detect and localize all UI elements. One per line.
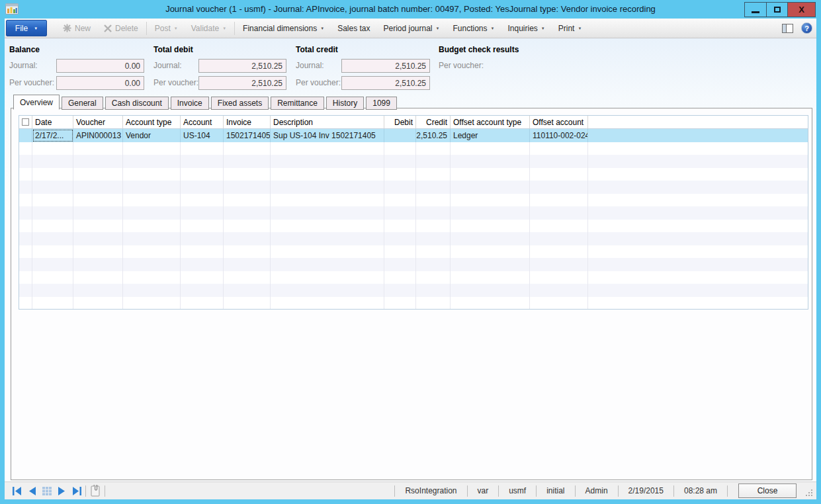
column-header-offset-account-type[interactable]: Offset account type — [451, 116, 530, 128]
form-content: Balance Journal: 0.00 Per voucher: 0.00 … — [5, 38, 816, 482]
grid-empty-row[interactable] — [19, 206, 808, 220]
budget-check-section-title: Budget check results — [439, 45, 519, 54]
total-credit-voucher-field[interactable]: 2,510.25 — [341, 76, 430, 90]
tab-overview[interactable]: Overview — [13, 95, 60, 110]
balance-section-title: Balance — [9, 45, 40, 54]
minimize-icon — [752, 11, 759, 13]
inquiries-menu[interactable]: Inquiries▼ — [501, 20, 551, 37]
chevron-down-icon: ▼ — [436, 26, 440, 30]
chevron-down-icon: ▼ — [222, 26, 226, 30]
delete-button[interactable]: Delete — [97, 20, 145, 37]
validate-menu[interactable]: Validate▼ — [185, 20, 233, 37]
status-company-context: RsoIntegration — [399, 486, 462, 495]
column-header-invoice[interactable]: Invoice — [224, 116, 271, 128]
validate-label: Validate — [191, 24, 219, 33]
status-date: 2/19/2015 — [623, 486, 670, 495]
financial-dimensions-label: Financial dimensions — [243, 24, 317, 33]
column-header-debit[interactable]: Debit — [384, 116, 416, 128]
total-debit-journal-field[interactable]: 2,510.25 — [198, 59, 286, 73]
print-menu[interactable]: Print▼ — [552, 20, 589, 37]
balance-journal-field[interactable]: 0.00 — [56, 59, 144, 73]
select-all-checkbox[interactable] — [22, 118, 29, 126]
grid-empty-row[interactable] — [19, 142, 808, 155]
grid-header: Date Voucher Account type Account Invoic… — [19, 116, 808, 129]
grid-empty-row[interactable] — [19, 297, 808, 310]
help-icon[interactable]: ? — [801, 22, 812, 34]
statusbar-separator — [618, 485, 619, 497]
grid-view-icon[interactable] — [42, 487, 52, 495]
close-window-button[interactable]: X — [787, 3, 815, 17]
tab-general[interactable]: General — [62, 97, 103, 110]
cell-voucher[interactable]: APIN000013 — [73, 129, 123, 142]
sales-tax-button[interactable]: Sales tax — [331, 20, 376, 37]
grid-empty-row[interactable] — [19, 168, 808, 181]
grid-empty-row[interactable] — [19, 258, 808, 271]
close-button[interactable]: Close — [738, 483, 797, 498]
grid-empty-row[interactable] — [19, 284, 808, 297]
file-menu-button[interactable]: File▼ — [6, 20, 47, 36]
grid-empty-row[interactable] — [19, 194, 808, 207]
column-header-description[interactable]: Description — [271, 116, 384, 128]
column-header-voucher[interactable]: Voucher — [73, 116, 123, 128]
grid-empty-row[interactable] — [19, 232, 808, 245]
next-record-icon[interactable] — [58, 487, 65, 495]
grid-empty-row[interactable] — [19, 271, 808, 284]
grid-row-selected[interactable]: 2/17/2... APIN000013 Vendor US-104 15021… — [19, 129, 808, 142]
cell-offset-account-type[interactable]: Ledger — [451, 129, 530, 142]
cell-account[interactable]: US-104 — [181, 129, 224, 142]
financial-dimensions-menu[interactable]: Financial dimensions▼ — [236, 20, 331, 37]
chevron-down-icon: ▼ — [578, 26, 582, 30]
title-bar: Journal voucher (1 - usmf) - Journal: AP… — [0, 0, 821, 19]
last-record-icon[interactable] — [72, 487, 81, 495]
statusbar-separator — [498, 485, 499, 497]
toolbar-separator — [146, 22, 147, 35]
cell-debit[interactable] — [384, 129, 416, 142]
cell-account-type[interactable]: Vendor — [123, 129, 181, 142]
first-record-icon[interactable] — [13, 487, 22, 495]
grid-empty-row[interactable] — [19, 220, 808, 233]
column-header-offset-account[interactable]: Offset account — [530, 116, 588, 128]
grid-empty-row[interactable] — [19, 245, 808, 259]
layout-pane-icon[interactable] — [782, 24, 793, 33]
tab-strip: Overview General Cash discount Invoice F… — [13, 95, 399, 110]
balance-voucher-field[interactable]: 0.00 — [56, 76, 144, 90]
budget-voucher-label: Per voucher: — [439, 59, 484, 73]
maximize-button[interactable] — [766, 3, 787, 17]
tab-fixed-assets[interactable]: Fixed assets — [211, 97, 269, 110]
attachment-icon[interactable] — [90, 485, 101, 497]
column-header-account-type[interactable]: Account type — [123, 116, 181, 128]
tab-invoice[interactable]: Invoice — [171, 97, 209, 110]
total-credit-section-title: Total credit — [296, 45, 338, 54]
period-journal-menu[interactable]: Period journal▼ — [376, 20, 446, 37]
cell-credit[interactable]: 2,510.25 — [416, 129, 451, 142]
resize-grip[interactable] — [806, 489, 812, 496]
total-debit-voucher-label: Per voucher: — [153, 76, 198, 90]
column-header-account[interactable]: Account — [181, 116, 224, 128]
tab-1099[interactable]: 1099 — [366, 97, 397, 110]
post-label: Post — [155, 24, 171, 33]
cell-invoice[interactable]: 1502171405 — [224, 129, 271, 142]
statusbar-separator — [105, 485, 105, 497]
maximize-icon — [774, 7, 781, 13]
status-bar: RsoIntegration var usmf initial Admin 2/… — [5, 482, 816, 499]
cell-offset-account[interactable]: 110110-002-024 — [530, 129, 588, 142]
minimize-button[interactable] — [745, 3, 766, 17]
column-header-date[interactable]: Date — [32, 116, 73, 128]
functions-menu[interactable]: Functions▼ — [446, 20, 501, 37]
tab-history[interactable]: History — [326, 97, 364, 110]
new-button[interactable]: New — [56, 20, 97, 37]
total-credit-journal-field[interactable]: 2,510.25 — [341, 59, 430, 73]
total-debit-voucher-field[interactable]: 2,510.25 — [198, 76, 286, 90]
grid-empty-row[interactable] — [19, 181, 808, 194]
new-icon — [63, 24, 71, 32]
tab-remittance[interactable]: Remittance — [271, 97, 324, 110]
print-label: Print — [558, 24, 575, 33]
tab-cash-discount[interactable]: Cash discount — [105, 97, 169, 110]
grid-empty-row[interactable] — [19, 155, 808, 168]
post-menu[interactable]: Post▼ — [148, 20, 185, 37]
total-debit-section-title: Total debit — [153, 45, 193, 54]
cell-date[interactable]: 2/17/2... — [32, 129, 73, 142]
column-header-credit[interactable]: Credit — [416, 116, 451, 128]
cell-description[interactable]: Sup US-104 Inv 1502171405 — [271, 129, 384, 142]
previous-record-icon[interactable] — [28, 487, 36, 495]
